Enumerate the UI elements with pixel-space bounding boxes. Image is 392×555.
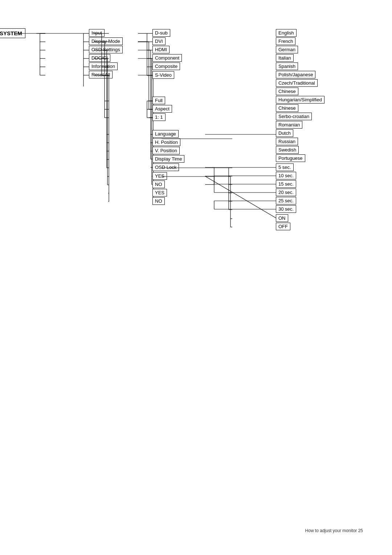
lang-romanian: Romanian — [276, 121, 302, 129]
lang-spanish: Spanish — [276, 62, 298, 70]
col2-svideo: S-Video — [152, 71, 174, 79]
lang-swedish: Swedish — [276, 146, 299, 154]
lang-russian: Russian — [276, 138, 298, 145]
system-label: SYSTEM — [0, 28, 25, 38]
time-15sec: 15 sec. — [276, 180, 296, 188]
col2-displaytime: Display Time — [152, 155, 184, 163]
lang-french: French — [276, 37, 295, 45]
col2-reset-yes: YES — [152, 189, 167, 197]
col1-osd-settings: OSD Settings — [89, 46, 123, 53]
col2-full: Full — [152, 97, 165, 104]
col2-ddc-yes: YES — [152, 172, 167, 180]
col1-ddc-ci: DDC/CI — [89, 54, 110, 62]
lang-serbo: Serbo-croatian — [276, 113, 312, 120]
col1-input: Input — [89, 29, 105, 37]
col2-1to1: 1: 1 — [152, 113, 166, 121]
col2-aspect: Aspect — [152, 105, 172, 113]
lang-english: English — [276, 29, 297, 37]
col2-vposition: V. Position — [152, 147, 180, 154]
col2-dsub: D-sub — [152, 29, 170, 37]
lang-hungarian: Hungarian/Simplified — [276, 96, 324, 104]
footer-text: How to adjust your monitor 25 — [305, 528, 363, 533]
system-text: SYSTEM — [0, 30, 22, 36]
lang-chinese1: Chinese — [276, 88, 298, 95]
time-5sec: 5 sec. — [276, 163, 294, 171]
lang-german: German — [276, 46, 298, 53]
time-25sec: 25 sec. — [276, 197, 296, 204]
col1-display-mode: Display Mode — [89, 37, 123, 45]
lang-chinese2: Chinese — [276, 104, 298, 112]
ddcci-off: OFF — [276, 223, 290, 230]
svg-line-52 — [205, 176, 276, 218]
col2-language: Language — [152, 130, 179, 138]
col2-hdmi: HDMI — [152, 46, 170, 53]
lang-italian: Italian — [276, 54, 294, 62]
col1-information: Information — [89, 62, 118, 70]
time-10sec: 10 sec. — [276, 172, 296, 179]
lang-polish-japanese: Polish/Japanese — [276, 71, 315, 78]
time-30sec: 30 sec. — [276, 205, 296, 213]
lang-dutch: Dutch — [276, 129, 293, 137]
ddcci-on: ON — [276, 214, 288, 222]
col2-hposition: H. Position — [152, 138, 180, 146]
lang-czech-traditional: Czech/Traditional — [276, 79, 318, 87]
col2-dvi: DVI — [152, 37, 166, 45]
time-20sec: 20 sec. — [276, 189, 296, 196]
col2-osdlock: OSD Lock — [152, 163, 179, 171]
col2-ddc-no: NO — [152, 181, 165, 188]
col1-reset-all: Reset All — [89, 71, 113, 78]
col2-composite: Composite — [152, 62, 180, 70]
col2-reset-no: NO — [152, 197, 165, 205]
col2-component: Component — [152, 54, 182, 62]
lang-portuguese: Portuguese — [276, 154, 305, 162]
